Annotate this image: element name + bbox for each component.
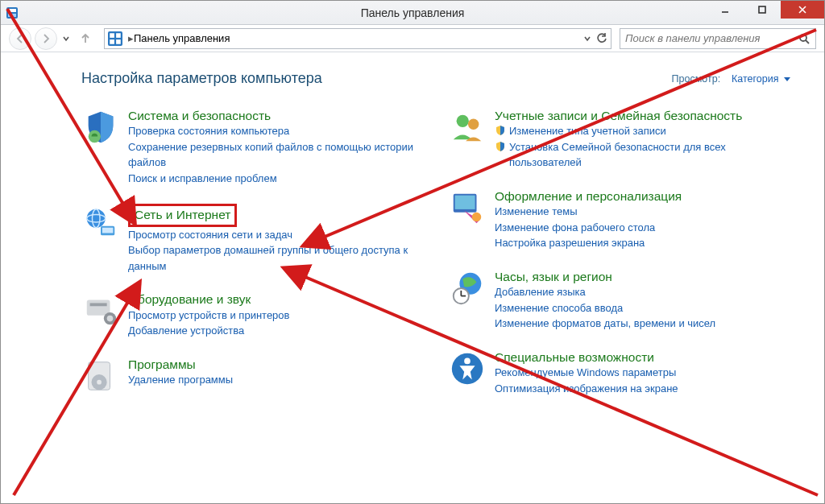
- category-title[interactable]: Специальные возможности: [495, 349, 654, 365]
- sublink[interactable]: Поиск и исправление проблем: [128, 171, 432, 187]
- sublink[interactable]: Изменение темы: [495, 204, 798, 220]
- sublink[interactable]: Рекомендуемые Windows параметры: [495, 365, 798, 381]
- breadcrumb-root[interactable]: Панель управления: [134, 32, 230, 44]
- nav-up-button[interactable]: [75, 28, 96, 49]
- svg-rect-29: [455, 196, 475, 209]
- category-user-accounts: Учетные записи и Семейная безопасность И…: [448, 108, 798, 171]
- view-by-label: Просмотр:: [672, 73, 721, 85]
- svg-point-25: [97, 379, 102, 384]
- sublink[interactable]: Добавление устройства: [128, 323, 432, 339]
- control-panel-icon: [108, 31, 122, 46]
- sublink[interactable]: Изменение способа ввода: [495, 300, 798, 316]
- sublink[interactable]: Удаление программы: [128, 372, 432, 388]
- category-title[interactable]: Программы: [128, 357, 196, 372]
- highlight-selection: Сеть и Интернет: [128, 204, 237, 226]
- programs-icon: [81, 357, 120, 395]
- category-ease-of-access: Специальные возможности Рекомендуемые Wi…: [448, 349, 798, 396]
- system-security-icon: [81, 108, 120, 147]
- user-accounts-icon: [448, 108, 487, 147]
- uac-shield-icon: [495, 125, 506, 136]
- svg-line-12: [806, 40, 809, 43]
- svg-point-30: [472, 213, 482, 222]
- hardware-sound-icon: [81, 291, 120, 330]
- chevron-down-icon[interactable]: [784, 77, 790, 81]
- sublink[interactable]: Изменение фона рабочего стола: [495, 220, 798, 236]
- search-icon[interactable]: [798, 32, 810, 45]
- maximize-button[interactable]: [744, 1, 781, 19]
- nav-bar: ▸ Панель управления: [1, 25, 824, 52]
- svg-point-11: [800, 35, 806, 41]
- sublink[interactable]: Проверка состояния компьютера: [128, 123, 432, 139]
- category-title[interactable]: Оформление и персонализация: [495, 188, 682, 204]
- ease-of-access-icon: [448, 349, 487, 388]
- chevron-right-icon: ▸: [127, 32, 134, 44]
- clock-region-icon: [448, 269, 487, 308]
- svg-rect-18: [102, 228, 113, 233]
- view-by: Просмотр: Категория: [672, 73, 790, 85]
- refresh-icon[interactable]: [596, 33, 607, 44]
- category-appearance: Оформление и персонализация Изменение те…: [448, 188, 798, 251]
- sublink[interactable]: Просмотр состояния сети и задач: [128, 227, 432, 243]
- window-buttons: [707, 1, 824, 19]
- category-title[interactable]: Учетные записи и Семейная безопасность: [495, 108, 742, 123]
- category-title[interactable]: Сеть и Интернет: [135, 207, 230, 222]
- svg-point-27: [468, 118, 479, 129]
- category-title[interactable]: Система и безопасность: [128, 108, 271, 123]
- appearance-icon: [448, 188, 487, 227]
- category-hardware-sound: Оборудование и звук Просмотр устройств и…: [81, 291, 432, 338]
- sublink[interactable]: Сохранение резервных копий файлов с помо…: [128, 139, 432, 171]
- search-input[interactable]: [625, 32, 798, 44]
- svg-rect-4: [759, 6, 765, 13]
- sublink[interactable]: Изменение типа учетной записи: [509, 123, 666, 139]
- svg-rect-8: [116, 33, 121, 38]
- category-system-security: Система и безопасность Проверка состояни…: [81, 108, 432, 186]
- sublink[interactable]: Изменение форматов даты, времени и чисел: [495, 316, 798, 332]
- sublink[interactable]: Добавление языка: [495, 284, 798, 300]
- category-column-right: Учетные записи и Семейная безопасность И…: [448, 108, 798, 396]
- category-title[interactable]: Оборудование и звук: [128, 291, 251, 307]
- svg-rect-10: [116, 39, 121, 44]
- close-button[interactable]: [781, 1, 824, 19]
- svg-rect-7: [110, 33, 114, 38]
- nav-back-button[interactable]: [9, 27, 31, 50]
- category-network-internet: Сеть и Интернет Просмотр состояния сети …: [81, 204, 432, 274]
- sublink[interactable]: Настройка разрешения экрана: [495, 235, 798, 251]
- nav-forward-button[interactable]: [35, 27, 57, 50]
- network-internet-icon: [81, 204, 120, 242]
- sublink[interactable]: Оптимизация изображения на экране: [495, 381, 798, 397]
- content-area: Настройка параметров компьютера Просмотр…: [1, 54, 824, 503]
- sublink[interactable]: Выбор параметров домашней группы и общег…: [128, 242, 432, 274]
- svg-rect-20: [90, 304, 107, 307]
- search-box[interactable]: [620, 28, 816, 49]
- view-by-value[interactable]: Категория: [732, 73, 778, 85]
- svg-point-22: [107, 316, 114, 322]
- svg-point-14: [87, 209, 106, 228]
- page-heading: Настройка параметров компьютера: [81, 70, 322, 87]
- address-dropdown-icon[interactable]: [583, 35, 591, 43]
- titlebar: Панель управления: [1, 1, 824, 25]
- nav-history-dropdown[interactable]: [60, 29, 72, 48]
- category-clock-language-region: Часы, язык и регион Добавление языка Изм…: [448, 269, 798, 332]
- minimize-button[interactable]: [707, 1, 744, 19]
- uac-shield-icon: [495, 141, 506, 152]
- window-title: Панель управления: [1, 1, 824, 25]
- sublink[interactable]: Установка Семейной безопасности для всех…: [509, 139, 798, 171]
- svg-point-26: [457, 115, 469, 127]
- control-panel-window: Панель управления ▸ Панель управления: [0, 0, 825, 504]
- svg-rect-19: [87, 300, 110, 316]
- svg-rect-9: [110, 39, 114, 44]
- category-title[interactable]: Часы, язык и регион: [495, 269, 612, 284]
- category-programs: Программы Удаление программы: [81, 357, 432, 395]
- sublink[interactable]: Просмотр устройств и принтеров: [128, 308, 432, 324]
- svg-point-36: [464, 357, 471, 364]
- address-bar[interactable]: ▸ Панель управления: [104, 28, 611, 49]
- category-column-left: Система и безопасность Проверка состояни…: [81, 108, 432, 396]
